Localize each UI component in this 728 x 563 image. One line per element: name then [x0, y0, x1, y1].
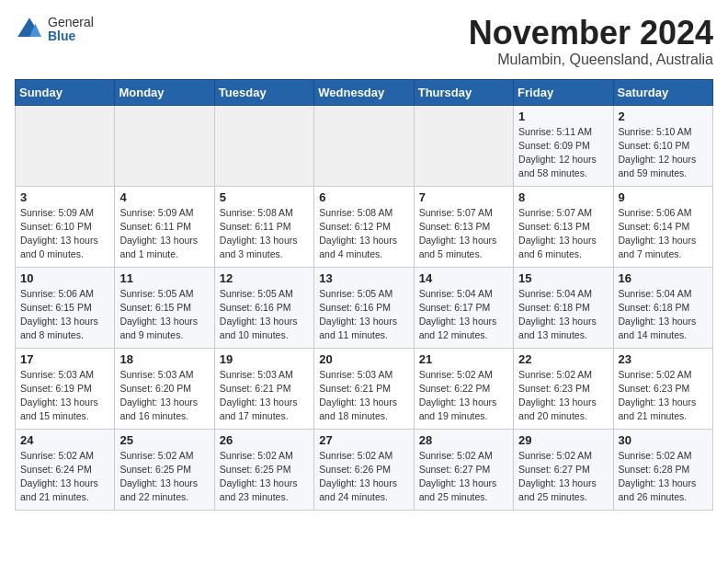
day-number: 18 — [119, 352, 209, 366]
calendar-cell: 6Sunrise: 5:08 AMSunset: 6:12 PMDaylight… — [314, 186, 414, 267]
calendar-cell — [314, 105, 414, 186]
header-day-friday: Friday — [514, 79, 613, 105]
calendar-cell: 3Sunrise: 5:09 AMSunset: 6:10 PMDaylight… — [16, 186, 115, 267]
day-number: 9 — [619, 190, 708, 204]
calendar-cell: 5Sunrise: 5:08 AMSunset: 6:11 PMDaylight… — [214, 186, 313, 267]
day-number: 12 — [220, 271, 309, 285]
day-info: Sunrise: 5:04 AMSunset: 6:18 PMDaylight:… — [619, 287, 708, 343]
week-row-2: 3Sunrise: 5:09 AMSunset: 6:10 PMDaylight… — [16, 186, 713, 267]
calendar-cell: 23Sunrise: 5:02 AMSunset: 6:23 PMDayligh… — [613, 348, 712, 429]
calendar-cell: 1Sunrise: 5:11 AMSunset: 6:09 PMDaylight… — [514, 105, 613, 186]
day-number: 21 — [419, 352, 508, 366]
day-number: 13 — [319, 271, 408, 285]
day-info: Sunrise: 5:05 AMSunset: 6:15 PMDaylight:… — [119, 287, 209, 343]
calendar-cell: 2Sunrise: 5:10 AMSunset: 6:10 PMDaylight… — [613, 105, 712, 186]
calendar-cell: 16Sunrise: 5:04 AMSunset: 6:18 PMDayligh… — [613, 267, 712, 348]
calendar-cell: 17Sunrise: 5:03 AMSunset: 6:19 PMDayligh… — [16, 348, 115, 429]
calendar-cell — [214, 105, 313, 186]
calendar-cell: 26Sunrise: 5:02 AMSunset: 6:25 PMDayligh… — [214, 429, 313, 510]
calendar-cell — [16, 105, 115, 186]
day-info: Sunrise: 5:02 AMSunset: 6:25 PMDaylight:… — [220, 449, 309, 505]
day-number: 14 — [419, 271, 508, 285]
calendar-cell: 4Sunrise: 5:09 AMSunset: 6:11 PMDaylight… — [115, 186, 214, 267]
calendar-cell — [115, 105, 214, 186]
day-info: Sunrise: 5:05 AMSunset: 6:16 PMDaylight:… — [319, 287, 408, 343]
calendar-cell: 8Sunrise: 5:07 AMSunset: 6:13 PMDaylight… — [514, 186, 613, 267]
day-info: Sunrise: 5:04 AMSunset: 6:18 PMDaylight:… — [518, 287, 608, 343]
logo-general-text: General — [48, 16, 94, 29]
day-info: Sunrise: 5:09 AMSunset: 6:11 PMDaylight:… — [119, 206, 209, 262]
calendar-cell: 11Sunrise: 5:05 AMSunset: 6:15 PMDayligh… — [115, 267, 214, 348]
day-number: 6 — [319, 190, 408, 204]
calendar-cell: 13Sunrise: 5:05 AMSunset: 6:16 PMDayligh… — [314, 267, 414, 348]
calendar-cell: 9Sunrise: 5:06 AMSunset: 6:14 PMDaylight… — [613, 186, 712, 267]
day-number: 17 — [20, 352, 109, 366]
week-row-3: 10Sunrise: 5:06 AMSunset: 6:15 PMDayligh… — [16, 267, 713, 348]
logo-blue-text: Blue — [48, 29, 94, 43]
day-number: 7 — [419, 190, 508, 204]
day-info: Sunrise: 5:02 AMSunset: 6:27 PMDaylight:… — [518, 449, 608, 505]
day-info: Sunrise: 5:07 AMSunset: 6:13 PMDaylight:… — [518, 206, 608, 262]
calendar-cell: 20Sunrise: 5:03 AMSunset: 6:21 PMDayligh… — [314, 348, 414, 429]
day-number: 24 — [20, 433, 109, 447]
header-day-thursday: Thursday — [414, 79, 513, 105]
day-number: 27 — [319, 433, 408, 447]
logo-icon — [15, 15, 44, 44]
calendar-cell: 25Sunrise: 5:02 AMSunset: 6:25 PMDayligh… — [115, 429, 214, 510]
title-block: November 2024 Mulambin, Queensland, Aust… — [469, 15, 713, 68]
day-info: Sunrise: 5:06 AMSunset: 6:14 PMDaylight:… — [619, 206, 708, 262]
header-row: SundayMondayTuesdayWednesdayThursdayFrid… — [16, 79, 713, 105]
day-info: Sunrise: 5:08 AMSunset: 6:12 PMDaylight:… — [319, 206, 408, 262]
calendar-cell: 15Sunrise: 5:04 AMSunset: 6:18 PMDayligh… — [514, 267, 613, 348]
day-info: Sunrise: 5:08 AMSunset: 6:11 PMDaylight:… — [220, 206, 309, 262]
day-number: 15 — [518, 271, 608, 285]
day-number: 16 — [619, 271, 708, 285]
day-info: Sunrise: 5:02 AMSunset: 6:28 PMDaylight:… — [619, 449, 708, 505]
day-number: 19 — [220, 352, 309, 366]
day-info: Sunrise: 5:02 AMSunset: 6:23 PMDaylight:… — [619, 368, 708, 424]
day-info: Sunrise: 5:03 AMSunset: 6:19 PMDaylight:… — [20, 368, 109, 424]
header-day-tuesday: Tuesday — [214, 79, 313, 105]
calendar-cell: 27Sunrise: 5:02 AMSunset: 6:26 PMDayligh… — [314, 429, 414, 510]
calendar-header: SundayMondayTuesdayWednesdayThursdayFrid… — [16, 79, 713, 105]
logo-text: General Blue — [48, 16, 94, 44]
day-number: 29 — [518, 433, 608, 447]
day-info: Sunrise: 5:02 AMSunset: 6:25 PMDaylight:… — [119, 449, 209, 505]
day-info: Sunrise: 5:07 AMSunset: 6:13 PMDaylight:… — [419, 206, 508, 262]
calendar-body: 1Sunrise: 5:11 AMSunset: 6:09 PMDaylight… — [16, 105, 713, 510]
logo: General Blue — [15, 15, 94, 44]
header-day-saturday: Saturday — [613, 79, 712, 105]
day-info: Sunrise: 5:11 AMSunset: 6:09 PMDaylight:… — [518, 125, 608, 181]
day-info: Sunrise: 5:03 AMSunset: 6:20 PMDaylight:… — [119, 368, 209, 424]
header-day-monday: Monday — [115, 79, 214, 105]
day-info: Sunrise: 5:09 AMSunset: 6:10 PMDaylight:… — [20, 206, 109, 262]
day-number: 30 — [619, 433, 708, 447]
location: Mulambin, Queensland, Australia — [469, 52, 713, 68]
calendar-cell: 29Sunrise: 5:02 AMSunset: 6:27 PMDayligh… — [514, 429, 613, 510]
header-day-wednesday: Wednesday — [314, 79, 414, 105]
day-number: 3 — [20, 190, 109, 204]
page-header: General Blue November 2024 Mulambin, Que… — [15, 15, 713, 68]
day-number: 11 — [119, 271, 209, 285]
day-number: 25 — [119, 433, 209, 447]
day-number: 22 — [518, 352, 608, 366]
day-number: 26 — [220, 433, 309, 447]
calendar-cell: 14Sunrise: 5:04 AMSunset: 6:17 PMDayligh… — [414, 267, 513, 348]
day-info: Sunrise: 5:10 AMSunset: 6:10 PMDaylight:… — [619, 125, 708, 181]
calendar-cell: 18Sunrise: 5:03 AMSunset: 6:20 PMDayligh… — [115, 348, 214, 429]
calendar-cell: 19Sunrise: 5:03 AMSunset: 6:21 PMDayligh… — [214, 348, 313, 429]
calendar-cell — [414, 105, 513, 186]
day-number: 4 — [119, 190, 209, 204]
day-info: Sunrise: 5:02 AMSunset: 6:27 PMDaylight:… — [419, 449, 508, 505]
day-number: 1 — [518, 109, 608, 123]
calendar-cell: 28Sunrise: 5:02 AMSunset: 6:27 PMDayligh… — [414, 429, 513, 510]
day-info: Sunrise: 5:03 AMSunset: 6:21 PMDaylight:… — [319, 368, 408, 424]
day-info: Sunrise: 5:02 AMSunset: 6:23 PMDaylight:… — [518, 368, 608, 424]
day-number: 10 — [20, 271, 109, 285]
calendar-cell: 30Sunrise: 5:02 AMSunset: 6:28 PMDayligh… — [613, 429, 712, 510]
day-number: 28 — [419, 433, 508, 447]
day-info: Sunrise: 5:02 AMSunset: 6:22 PMDaylight:… — [419, 368, 508, 424]
day-info: Sunrise: 5:02 AMSunset: 6:24 PMDaylight:… — [20, 449, 109, 505]
day-info: Sunrise: 5:04 AMSunset: 6:17 PMDaylight:… — [419, 287, 508, 343]
calendar-cell: 12Sunrise: 5:05 AMSunset: 6:16 PMDayligh… — [214, 267, 313, 348]
